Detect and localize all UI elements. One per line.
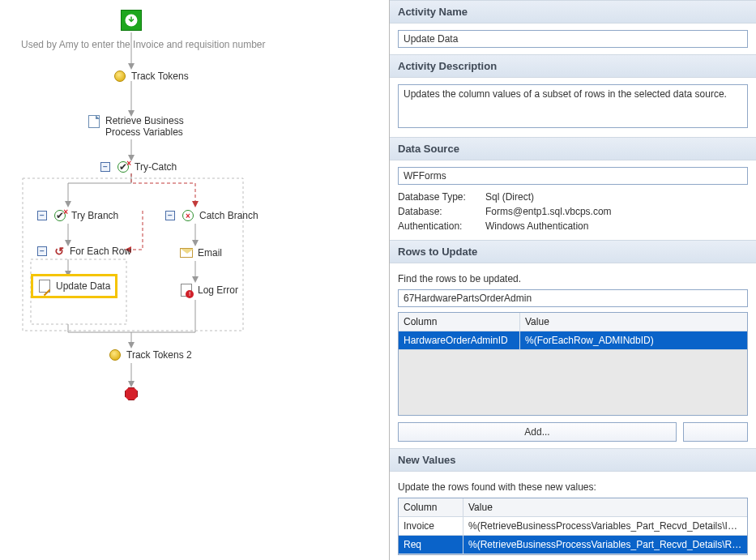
node-track-tokens-2[interactable]: Track Tokens 2 [109, 348, 192, 361]
mail-icon [180, 246, 193, 259]
activity-name-input[interactable] [398, 30, 748, 48]
branch-err-icon: × [182, 209, 194, 222]
db-row: Database: Forms@entp1.sql.vbcps.com [398, 204, 748, 219]
workflow-canvas[interactable]: Used by Amy to enter the Invoice and req… [0, 0, 389, 560]
section-header-activity-name: Activity Name [390, 0, 756, 24]
branch-ok-icon: ✔× [53, 209, 66, 222]
collapse-icon: − [36, 245, 49, 258]
start-icon [121, 10, 142, 31]
node-label: For Each Row [70, 246, 131, 257]
node-label: Catch Branch [199, 210, 258, 221]
node-try-branch[interactable]: − ✔× Try Branch [36, 209, 118, 222]
section-header-rows-to-update: Rows to Update [390, 240, 756, 263]
new-values-hint: Update the rows found with these new val… [398, 478, 748, 498]
stop-node[interactable] [125, 387, 138, 400]
grid-empty-area [399, 350, 747, 415]
rows-to-update-hint: Find the rows to be updated. [398, 270, 748, 289]
add-button[interactable]: Add... [398, 422, 677, 442]
section-header-new-values: New Values [390, 448, 756, 472]
activity-description-input[interactable]: Updates the column values of a subset of… [398, 84, 748, 128]
node-track-tokens[interactable]: Track Tokens [113, 70, 189, 83]
data-source-input[interactable] [398, 167, 748, 185]
node-catch-branch[interactable]: − × Catch Branch [164, 209, 258, 222]
node-email[interactable]: Email [180, 246, 222, 259]
grid-cell-value: %(RetrieveBusinessProcessVariables_Part_… [463, 517, 747, 536]
grid-row[interactable]: Invoice %(RetrieveBusinessProcessVariabl… [399, 517, 747, 536]
collapse-icon: − [164, 209, 177, 222]
section-header-activity-description: Activity Description [390, 54, 756, 78]
node-try-catch[interactable]: − ✔× Try-Catch [99, 160, 177, 173]
node-label: Track Tokens 2 [126, 349, 192, 361]
properties-panel: Activity Name Activity Description Updat… [389, 0, 756, 560]
log-error-icon [180, 284, 193, 297]
node-label: Track Tokens [131, 71, 189, 82]
auth-row: Authentication: Windows Authentication [398, 219, 748, 233]
grid-row[interactable]: HardwareOrderAdminID %(ForEachRow_ADMINd… [399, 331, 747, 350]
db-type-value: Sql (Direct) [485, 191, 534, 203]
loop-icon: ↻ [53, 246, 65, 257]
auth-value: Windows Authentication [485, 220, 588, 232]
db-type-label: Database Type: [398, 191, 479, 203]
grid-cell-column: HardwareOrderAdminID [399, 331, 520, 350]
canvas-hint: Used by Amy to enter the Invoice and req… [21, 39, 266, 50]
db-type-row: Database Type: Sql (Direct) [398, 190, 748, 204]
start-node[interactable] [121, 10, 142, 31]
document-icon [88, 115, 100, 128]
grid-cell-column: Req [399, 536, 463, 554]
token-icon [109, 348, 122, 361]
stop-icon [125, 387, 138, 400]
grid-cell-value: %(ForEachRow_ADMINdbID) [520, 331, 747, 350]
node-label: Log Error [198, 284, 238, 296]
grid-col-header: Column [399, 498, 463, 517]
grid-val-header: Value [463, 498, 747, 517]
auth-label: Authentication: [398, 220, 479, 232]
edit-icon [38, 280, 51, 293]
secondary-button[interactable] [683, 422, 748, 442]
try-catch-icon: ✔× [117, 160, 130, 173]
rows-to-update-grid[interactable]: Column Value HardwareOrderAdminID %(ForE… [398, 312, 748, 416]
node-label: Try-Catch [135, 161, 177, 173]
grid-cell-value: %(RetrieveBusinessProcessVariables_Part_… [463, 536, 747, 554]
db-label: Database: [398, 206, 479, 217]
node-for-each-row[interactable]: − ↻ For Each Row [36, 245, 131, 258]
collapse-icon: − [36, 209, 49, 222]
node-label: Update Data [56, 280, 110, 292]
grid-row[interactable]: Req %(RetrieveBusinessProcessVariables_P… [399, 536, 747, 554]
node-label: Try Branch [71, 210, 118, 221]
new-values-grid[interactable]: Column Value Invoice %(RetrieveBusinessP… [398, 498, 748, 555]
grid-col-header: Column [399, 313, 520, 331]
section-header-data-source: Data Source [390, 137, 756, 160]
collapse-icon: − [99, 160, 112, 173]
node-retrieve-vars[interactable]: Retrieve Business Process Variables [88, 115, 194, 138]
db-value: Forms@entp1.sql.vbcps.com [485, 206, 612, 217]
grid-val-header: Value [520, 313, 747, 331]
grid-cell-column: Invoice [399, 517, 463, 536]
rows-to-update-table-input[interactable] [398, 289, 748, 307]
node-label: Email [198, 247, 222, 259]
node-log-error[interactable]: Log Error [180, 284, 238, 297]
token-icon [113, 70, 126, 83]
node-update-data-selected[interactable]: Update Data [31, 274, 117, 298]
node-label: Retrieve Business Process Variables [105, 115, 194, 138]
